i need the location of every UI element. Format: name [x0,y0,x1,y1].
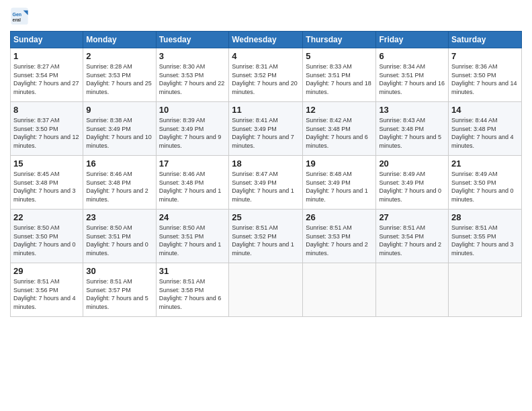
day-number: 25 [232,212,300,222]
day-cell-10: 10Sunrise: 8:39 AMSunset: 3:49 PMDayligh… [156,102,229,156]
day-number: 1 [13,51,80,61]
day-number: 16 [86,158,152,169]
day-info: Sunrise: 8:51 AMSunset: 3:56 PMDaylight:… [13,277,80,311]
day-number: 26 [306,212,373,222]
day-number: 8 [13,105,80,115]
day-number: 19 [306,158,373,169]
day-cell-29: 29Sunrise: 8:51 AMSunset: 3:56 PMDayligh… [11,263,83,317]
day-info: Sunrise: 8:39 AMSunset: 3:49 PMDaylight:… [159,116,226,150]
day-info: Sunrise: 8:42 AMSunset: 3:48 PMDaylight:… [306,116,373,150]
day-number: 4 [232,51,300,61]
day-info: Sunrise: 8:38 AMSunset: 3:49 PMDaylight:… [86,116,152,150]
day-cell-19: 19Sunrise: 8:48 AMSunset: 3:49 PMDayligh… [303,156,376,210]
day-cell-21: 21Sunrise: 8:49 AMSunset: 3:50 PMDayligh… [449,156,522,210]
week-row-5: 29Sunrise: 8:51 AMSunset: 3:56 PMDayligh… [11,263,522,317]
day-cell-26: 26Sunrise: 8:51 AMSunset: 3:53 PMDayligh… [303,210,376,263]
day-info: Sunrise: 8:27 AMSunset: 3:54 PMDaylight:… [13,62,80,96]
svg-text:Gen: Gen [13,12,22,17]
day-cell-25: 25Sunrise: 8:51 AMSunset: 3:52 PMDayligh… [229,210,303,263]
empty-cell [449,263,522,317]
day-info: Sunrise: 8:46 AMSunset: 3:48 PMDaylight:… [86,170,152,203]
day-info: Sunrise: 8:49 AMSunset: 3:50 PMDaylight:… [451,170,519,203]
day-info: Sunrise: 8:50 AMSunset: 3:50 PMDaylight:… [13,224,80,257]
day-cell-12: 12Sunrise: 8:42 AMSunset: 3:48 PMDayligh… [303,102,376,156]
day-cell-5: 5Sunrise: 8:33 AMSunset: 3:51 PMDaylight… [303,48,376,102]
day-info: Sunrise: 8:41 AMSunset: 3:49 PMDaylight:… [232,116,300,150]
day-number: 7 [451,51,519,61]
day-info: Sunrise: 8:30 AMSunset: 3:53 PMDaylight:… [159,62,226,96]
day-number: 11 [232,105,300,115]
day-info: Sunrise: 8:51 AMSunset: 3:54 PMDaylight:… [379,224,445,257]
day-number: 27 [379,212,445,222]
day-cell-15: 15Sunrise: 8:45 AMSunset: 3:48 PMDayligh… [11,156,83,210]
day-info: Sunrise: 8:45 AMSunset: 3:48 PMDaylight:… [13,170,80,203]
day-number: 28 [451,212,519,222]
day-number: 18 [232,158,300,169]
day-info: Sunrise: 8:48 AMSunset: 3:49 PMDaylight:… [306,170,373,203]
weekday-friday: Friday [376,32,449,48]
weekday-wednesday: Wednesday [229,32,303,48]
day-cell-9: 9Sunrise: 8:38 AMSunset: 3:49 PMDaylight… [83,102,156,156]
week-row-3: 15Sunrise: 8:45 AMSunset: 3:48 PMDayligh… [11,156,522,210]
day-number: 30 [86,266,152,276]
day-number: 12 [306,105,373,115]
day-cell-6: 6Sunrise: 8:34 AMSunset: 3:51 PMDaylight… [376,48,449,102]
day-cell-7: 7Sunrise: 8:36 AMSunset: 3:50 PMDaylight… [449,48,522,102]
day-cell-16: 16Sunrise: 8:46 AMSunset: 3:48 PMDayligh… [83,156,156,210]
day-info: Sunrise: 8:50 AMSunset: 3:51 PMDaylight:… [159,224,226,257]
day-number: 23 [86,212,152,222]
day-cell-30: 30Sunrise: 8:51 AMSunset: 3:57 PMDayligh… [83,263,156,317]
day-cell-1: 1Sunrise: 8:27 AMSunset: 3:54 PMDaylight… [11,48,83,102]
day-cell-13: 13Sunrise: 8:43 AMSunset: 3:48 PMDayligh… [376,102,449,156]
day-number: 15 [13,158,80,169]
day-cell-17: 17Sunrise: 8:46 AMSunset: 3:48 PMDayligh… [156,156,229,210]
weekday-tuesday: Tuesday [156,32,229,48]
day-number: 22 [13,212,80,222]
empty-cell [376,263,449,317]
week-row-1: 1Sunrise: 8:27 AMSunset: 3:54 PMDaylight… [11,48,522,102]
day-number: 5 [306,51,373,61]
day-number: 24 [159,212,226,222]
day-number: 20 [379,158,445,169]
day-number: 17 [159,158,226,169]
day-cell-23: 23Sunrise: 8:50 AMSunset: 3:51 PMDayligh… [83,210,156,263]
logo: Gen eral [10,7,32,26]
day-cell-20: 20Sunrise: 8:49 AMSunset: 3:49 PMDayligh… [376,156,449,210]
empty-cell [303,263,376,317]
weekday-monday: Monday [83,32,156,48]
day-number: 31 [159,266,226,276]
day-number: 10 [159,105,226,115]
day-info: Sunrise: 8:51 AMSunset: 3:55 PMDaylight:… [451,224,519,257]
day-number: 14 [451,105,519,115]
day-cell-27: 27Sunrise: 8:51 AMSunset: 3:54 PMDayligh… [376,210,449,263]
day-info: Sunrise: 8:50 AMSunset: 3:51 PMDaylight:… [86,224,152,257]
day-cell-8: 8Sunrise: 8:37 AMSunset: 3:50 PMDaylight… [11,102,83,156]
weekday-thursday: Thursday [303,32,376,48]
weekday-saturday: Saturday [449,32,522,48]
day-info: Sunrise: 8:44 AMSunset: 3:48 PMDaylight:… [451,116,519,150]
day-info: Sunrise: 8:51 AMSunset: 3:52 PMDaylight:… [232,224,300,257]
day-info: Sunrise: 8:43 AMSunset: 3:48 PMDaylight:… [379,116,445,150]
day-number: 2 [86,51,152,61]
day-cell-14: 14Sunrise: 8:44 AMSunset: 3:48 PMDayligh… [449,102,522,156]
empty-cell [229,263,303,317]
day-info: Sunrise: 8:33 AMSunset: 3:51 PMDaylight:… [306,62,373,96]
day-cell-24: 24Sunrise: 8:50 AMSunset: 3:51 PMDayligh… [156,210,229,263]
day-info: Sunrise: 8:49 AMSunset: 3:49 PMDaylight:… [379,170,445,203]
svg-text:eral: eral [13,17,21,22]
day-number: 3 [159,51,226,61]
calendar-table: SundayMondayTuesdayWednesdayThursdayFrid… [10,31,522,317]
day-cell-18: 18Sunrise: 8:47 AMSunset: 3:49 PMDayligh… [229,156,303,210]
day-number: 29 [13,266,80,276]
day-info: Sunrise: 8:31 AMSunset: 3:52 PMDaylight:… [232,62,300,96]
day-info: Sunrise: 8:36 AMSunset: 3:50 PMDaylight:… [451,62,519,96]
day-info: Sunrise: 8:47 AMSunset: 3:49 PMDaylight:… [232,170,300,203]
day-number: 9 [86,105,152,115]
day-info: Sunrise: 8:37 AMSunset: 3:50 PMDaylight:… [13,116,80,150]
day-cell-31: 31Sunrise: 8:51 AMSunset: 3:58 PMDayligh… [156,263,229,317]
week-row-4: 22Sunrise: 8:50 AMSunset: 3:50 PMDayligh… [11,210,522,263]
day-number: 21 [451,158,519,169]
day-info: Sunrise: 8:46 AMSunset: 3:48 PMDaylight:… [159,170,226,203]
logo-icon: Gen eral [10,7,29,26]
day-info: Sunrise: 8:51 AMSunset: 3:57 PMDaylight:… [86,277,152,311]
